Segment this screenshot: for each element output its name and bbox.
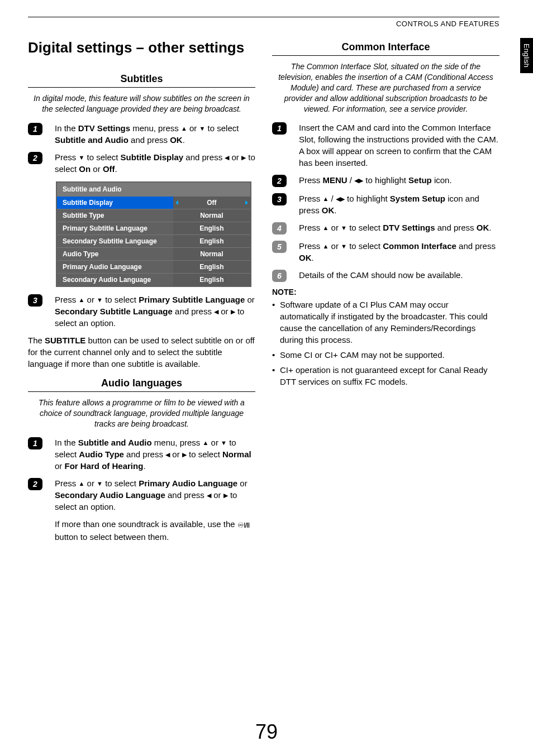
left-icon: ◀ [336, 195, 340, 203]
up-icon: ▲ [181, 125, 187, 133]
osd-row-label: Secondary Subtitle Language [57, 235, 173, 247]
stereo-mono-icon: ♾Ⅰ/Ⅱ [237, 520, 250, 530]
step-badge-1: 1 [272, 122, 287, 135]
step-badge-3: 3 [272, 193, 287, 205]
osd-row-label: Subtitle Type [57, 209, 173, 222]
audio-step-1: 1 In the Subtitle and Audio menu, press … [28, 437, 255, 472]
ci-step-2: 2 Press MENU / ◀▶ to highlight Setup ico… [272, 174, 499, 187]
step-text: Details of the CAM should now be availab… [299, 269, 499, 281]
step-text: Press ▲ or ▼ to select Common Interface … [299, 240, 499, 264]
step-badge-5: 5 [272, 241, 287, 253]
left-icon: ◀ [207, 491, 211, 500]
step-badge-3: 3 [28, 294, 42, 307]
osd-row-value: Normal [173, 209, 250, 222]
osd-row: Audio TypeNormal [57, 247, 250, 260]
step-text: Press ▲ or ▼ to select Primary Audio Lan… [55, 477, 255, 513]
osd-row: Secondary Audio LanguageEnglish [57, 273, 250, 286]
up-icon: ▲ [323, 242, 329, 251]
note-item: CI+ operation is not guaranteed except f… [272, 364, 499, 387]
right-icon: ▶ [340, 195, 345, 203]
header-rule [28, 17, 499, 17]
step-badge-2: 2 [272, 175, 287, 187]
notes-list: Software update of a CI Plus CAM may occ… [272, 299, 499, 387]
down-icon: ▼ [341, 242, 347, 251]
left-icon: ◀ [165, 451, 170, 459]
header-section: CONTROLS AND FEATURES [28, 20, 499, 28]
osd-row-label: Primary Audio Language [57, 261, 173, 273]
step-text: In the DTV Settings menu, press ▲ or ▼ t… [55, 122, 255, 146]
ci-step-6: 6 Details of the CAM should now be avail… [272, 269, 499, 282]
up-icon: ▲ [203, 439, 209, 447]
step-text: Press MENU / ◀▶ to highlight Setup icon. [299, 174, 499, 186]
osd-row-value: English [173, 235, 250, 247]
up-icon: ▲ [79, 480, 85, 488]
right-arrow-icon [245, 200, 248, 205]
content-columns: Digital settings – other settings Subtit… [28, 39, 499, 548]
down-icon: ▼ [79, 154, 85, 162]
osd-title: Subtitle and Audio [57, 183, 250, 196]
note-item: Some CI or CI+ CAM may not be supported. [272, 349, 499, 361]
osd-row: Subtitle TypeNormal [57, 209, 250, 222]
osd-row-value: Off [173, 197, 250, 209]
subtitle-button-para: The SUBTITLE button can be used to selec… [28, 334, 255, 370]
osd-row-value: Normal [173, 248, 250, 260]
right-column: Common Interface The Common Interface Sl… [272, 39, 499, 548]
left-icon: ◀ [354, 176, 359, 185]
right-icon: ▶ [223, 491, 228, 500]
subtitles-step-2: 2 Press ▼ to select Subtitle Display and… [28, 151, 255, 175]
ci-step-5: 5 Press ▲ or ▼ to select Common Interfac… [272, 240, 499, 264]
page-title: Digital settings – other settings [28, 39, 255, 56]
page-number: 79 [0, 720, 533, 744]
note-item: Software update of a CI Plus CAM may occ… [272, 299, 499, 346]
ci-step-4: 4 Press ▲ or ▼ to select DTV Settings an… [272, 222, 499, 235]
step-text: Press ▲ / ◀▶ to highlight System Setup i… [299, 193, 499, 216]
audio-step-2: 2 Press ▲ or ▼ to select Primary Audio L… [28, 477, 255, 513]
right-icon: ▶ [359, 176, 363, 185]
osd-subtitle-audio: Subtitle and Audio Subtitle DisplayOffSu… [56, 181, 251, 287]
osd-row-label: Secondary Audio Language [57, 274, 173, 286]
down-icon: ▼ [341, 224, 347, 232]
osd-row: Secondary Subtitle LanguageEnglish [57, 235, 250, 247]
note-label: NOTE: [272, 288, 499, 296]
ci-intro: The Common Interface Slot, situated on t… [275, 61, 496, 114]
left-column: Digital settings – other settings Subtit… [28, 39, 255, 548]
down-icon: ▼ [221, 439, 227, 447]
step-text: Press ▲ or ▼ to select DTV Settings and … [299, 222, 499, 233]
language-tab: English [520, 38, 533, 73]
osd-row: Subtitle DisplayOff [57, 196, 250, 209]
right-icon: ▶ [241, 154, 246, 162]
up-icon: ▲ [79, 296, 85, 304]
left-icon: ◀ [214, 308, 218, 316]
up-icon: ▲ [323, 224, 329, 232]
step-badge-2: 2 [28, 152, 42, 164]
right-icon: ▶ [231, 308, 235, 316]
down-icon: ▼ [97, 296, 103, 304]
up-icon: ▲ [323, 195, 329, 203]
down-icon: ▼ [199, 125, 206, 133]
osd-row: Primary Subtitle LanguageEnglish [57, 222, 250, 235]
step-badge-4: 4 [272, 222, 287, 235]
subtitles-step-1: 1 In the DTV Settings menu, press ▲ or ▼… [28, 122, 255, 146]
step-badge-1: 1 [28, 123, 42, 135]
osd-row-label: Audio Type [57, 248, 173, 260]
audio-soundtrack-para: If more than one soundtrack is available… [55, 518, 255, 542]
osd-row-value: English [173, 222, 250, 235]
ci-step-1: 1 Insert the CAM and card into the Commo… [272, 122, 499, 169]
osd-row-label: Primary Subtitle Language [57, 222, 173, 235]
audio-heading: Audio languages [28, 377, 255, 392]
step-text: In the Subtitle and Audio menu, press ▲ … [55, 437, 255, 472]
right-icon: ▶ [182, 451, 187, 459]
step-text: Press ▲ or ▼ to select Primary Subtitle … [55, 294, 255, 329]
step-badge-6: 6 [272, 270, 287, 282]
step-badge-1: 1 [28, 437, 42, 449]
ci-heading: Common Interface [272, 41, 499, 56]
osd-row-value: English [173, 274, 250, 286]
osd-row-value: English [173, 261, 250, 273]
osd-row: Primary Audio LanguageEnglish [57, 260, 250, 273]
step-text: Press ▼ to select Subtitle Display and p… [55, 151, 255, 175]
subtitles-heading: Subtitles [28, 73, 255, 88]
step-badge-2: 2 [28, 478, 42, 490]
subtitles-step-3: 3 Press ▲ or ▼ to select Primary Subtitl… [28, 294, 255, 329]
subtitles-intro: In digital mode, this feature will show … [31, 93, 252, 114]
down-icon: ▼ [97, 480, 103, 488]
